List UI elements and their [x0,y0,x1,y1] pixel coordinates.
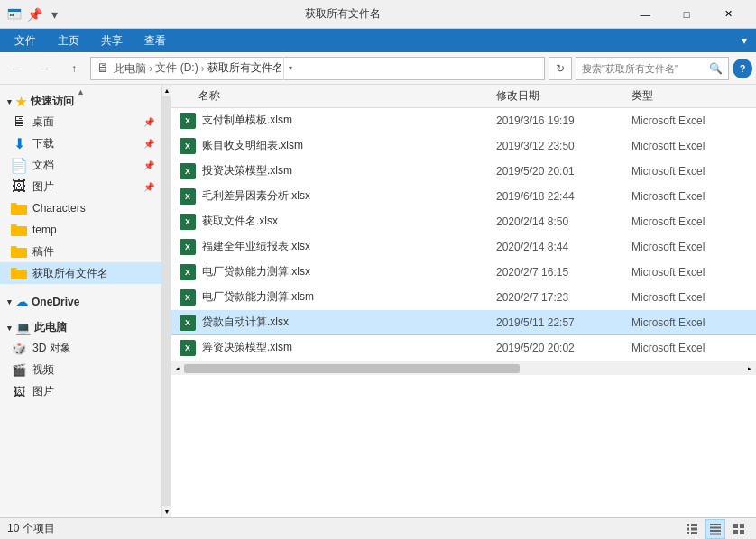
ribbon-tab-home[interactable]: 主页 [47,30,90,52]
file-type-2: Microsoft Excel [632,165,749,178]
file-name-5: 福建全年业绩报表.xlsx [202,239,496,254]
svg-rect-17 [740,530,744,534]
ribbon-tab-file[interactable]: 文件 [4,30,47,52]
file-date-8: 2019/5/11 22:57 [496,316,632,329]
sidebar-label-getfilename: 获取所有文件名 [32,266,108,281]
help-button[interactable]: ? [733,59,752,78]
maximize-button[interactable]: □ [666,0,707,29]
svg-rect-8 [691,527,697,530]
close-button[interactable]: ✕ [707,0,749,29]
sidebar-item-getfilename[interactable]: 获取所有文件名 [0,262,161,284]
file-type-6: Microsoft Excel [632,266,749,279]
ribbon-tab-share[interactable]: 共享 [90,30,134,52]
sidebar-item-picture2[interactable]: 🖼 图片 [0,380,161,402]
sidebar-item-3d[interactable]: 🎲 3D 对象 [0,337,161,359]
search-icon[interactable]: 🔍 [709,62,723,75]
onedrive-header[interactable]: ▾ ☁ OneDrive [0,289,161,311]
sidebar-item-download[interactable]: ⬇ 下载 📌 [0,132,161,154]
pin-icon[interactable]: 📌 [27,7,41,22]
sidebar-item-video[interactable]: 🎬 视频 [0,359,161,380]
sidebar-item-gaojian[interactable]: 稿件 [0,241,161,262]
file-type-8: Microsoft Excel [632,316,749,329]
file-name-7: 电厂贷款能力测算.xlsm [202,289,496,305]
minimize-button[interactable]: — [624,0,666,29]
up-button[interactable]: ↑ [61,56,87,81]
documents-icon: 📄 [11,157,27,173]
column-header-date[interactable]: 修改日期 [496,88,632,104]
item-count: 10 个项目 [7,521,55,536]
breadcrumb-computer[interactable]: 🖥 此电脑 [97,60,146,77]
refresh-button[interactable]: ↻ [549,57,572,80]
table-row[interactable]: X 投资决策模型.xlsm 2019/5/20 20:01 Microsoft … [171,159,756,184]
table-row[interactable]: X 福建全年业绩报表.xlsx 2020/2/14 8:44 Microsoft… [171,234,756,260]
sidebar-label-documents: 文档 [32,158,54,173]
table-row[interactable]: X 电厂贷款能力测算.xlsx 2020/2/7 16:15 Microsoft… [171,260,756,285]
table-row[interactable]: X 获取文件名.xlsx 2020/2/14 8:50 Microsoft Ex… [171,209,756,234]
sidebar-scroll-down-arrow[interactable]: ▼ [162,505,171,517]
table-row[interactable]: X 账目收支明细表.xlsm 2019/3/12 23:50 Microsoft… [171,133,756,159]
address-box[interactable]: 🖥 此电脑 › 文件 (D:) › 获取所有文件名 ▾ [90,57,545,80]
table-row[interactable]: X 毛利差异因素分析.xlsx 2019/6/18 22:44 Microsof… [171,184,756,209]
address-dropdown[interactable]: ▾ [283,57,298,80]
hscroll-right-arrow[interactable]: ▸ [743,361,756,376]
file-name-3: 毛利差异因素分析.xlsx [202,188,496,204]
forward-button[interactable]: → [32,56,58,81]
file-name-6: 电厂贷款能力测算.xlsx [202,264,496,279]
file-type-7: Microsoft Excel [632,291,749,304]
sidebar-label-characters: Characters [32,202,86,215]
video-icon: 🎬 [11,361,27,378]
pin-download-icon: 📌 [143,139,154,149]
column-header-type[interactable]: 类型 [632,88,749,104]
svg-rect-13 [710,533,721,534]
view-detail-button[interactable] [705,519,725,539]
pictures-icon: 🖼 [11,178,27,195]
excel-icon-3: X [179,187,197,206]
search-input[interactable] [582,63,705,74]
back-button[interactable]: ← [4,56,29,81]
sidebar-item-desktop[interactable]: 🖥 桌面 📌 [0,111,161,132]
horizontal-scrollbar[interactable]: ◂ ▸ [171,361,756,375]
column-header-name[interactable]: 名称 [198,88,496,104]
file-name-0: 支付制单模板.xlsm [202,113,496,128]
svg-rect-15 [740,524,744,528]
titlebar: X 📌 ▾ 获取所有文件名 — □ ✕ [0,0,756,29]
dropdown-icon[interactable]: ▾ [47,7,61,22]
table-row[interactable]: X 支付制单模板.xlsm 2019/3/16 19:19 Microsoft … [171,108,756,133]
computer-header[interactable]: ▾ 💻 此电脑 [0,315,161,337]
search-box: 🔍 [576,57,729,80]
svg-rect-16 [733,530,738,534]
3d-icon: 🎲 [11,340,27,356]
hscroll-track[interactable] [184,364,743,373]
sidebar-item-pictures[interactable]: 🖼 图片 📌 [0,176,161,197]
file-name-2: 投资决策模型.xlsm [202,163,496,178]
excel-icon-9: X [179,339,197,357]
ribbon-collapse[interactable]: ▾ [736,34,752,47]
computer-chevron: ▾ [7,324,12,333]
hscroll-left-arrow[interactable]: ◂ [171,361,184,376]
sidebar-item-characters[interactable]: Characters [0,197,161,219]
file-name-1: 账目收支明细表.xlsm [202,138,496,153]
app-icon: X [7,7,22,22]
view-large-button[interactable] [729,519,749,539]
picture2-icon: 🖼 [11,383,27,399]
ribbon-tab-view[interactable]: 查看 [134,30,177,52]
svg-rect-7 [691,524,697,526]
breadcrumb-drive[interactable]: 文件 (D:) [155,60,198,76]
sidebar-scroll-up-arrow[interactable]: ▲ [162,85,171,97]
file-type-1: Microsoft Excel [632,140,749,152]
file-name-4: 获取文件名.xlsx [202,214,496,229]
svg-rect-11 [710,526,721,528]
sidebar-item-documents[interactable]: 📄 文档 📌 [0,154,161,176]
view-list-button[interactable] [682,519,702,539]
sidebar-item-temp[interactable]: temp [0,219,161,241]
sidebar-scroll-up[interactable]: ▲ [0,85,161,99]
file-date-4: 2020/2/14 8:50 [496,215,632,228]
file-type-5: Microsoft Excel [632,241,749,253]
hscroll-thumb[interactable] [184,364,520,373]
table-row[interactable]: X 筹资决策模型.xlsm 2019/5/20 20:02 Microsoft … [171,335,756,361]
sidebar-label-temp: temp [32,224,57,236]
file-type-9: Microsoft Excel [632,342,749,354]
svg-rect-9 [691,532,697,534]
table-row[interactable]: X 贷款自动计算.xlsx 2019/5/11 22:57 Microsoft … [171,310,756,335]
table-row[interactable]: X 电厂贷款能力测算.xlsm 2020/2/7 17:23 Microsoft… [171,285,756,310]
